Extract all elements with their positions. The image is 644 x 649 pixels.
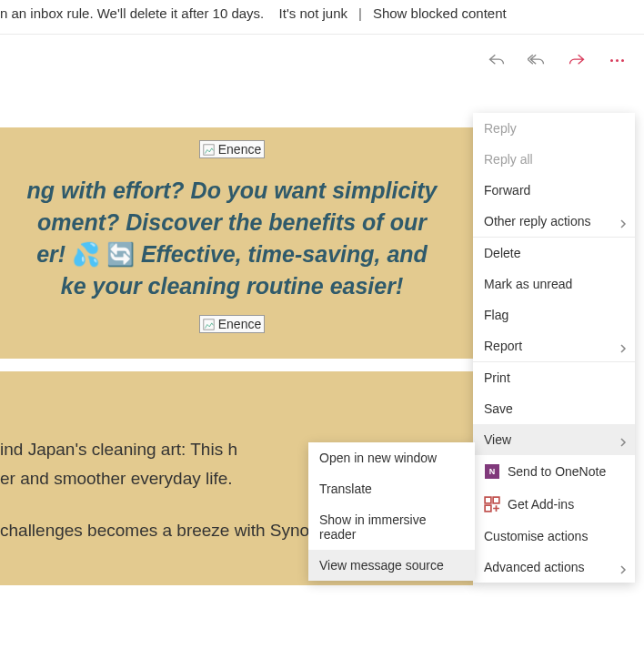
menu-view-label: View — [484, 432, 511, 447]
inbox-rule-text: n an inbox rule. We'll delete it after 1… — [0, 5, 272, 21]
submenu-view-message-source[interactable]: View message source — [308, 550, 475, 581]
menu-report-label: Report — [484, 339, 522, 353]
menu-mark-unread[interactable]: Mark as unread — [473, 269, 635, 299]
menu-customise-label: Customise actions — [484, 529, 588, 543]
water-drops-emoji: 💦 — [72, 241, 100, 267]
submenu-open-new-window-label: Open in new window — [319, 451, 437, 465]
submenu-translate[interactable]: Translate — [308, 473, 475, 504]
promo-line-3a: er! — [36, 241, 72, 267]
message-context-menu: Reply Reply all Forward Other reply acti… — [473, 113, 635, 583]
blocked-image-alt-2: Enence — [218, 317, 261, 331]
menu-other-reply-label: Other reply actions — [484, 214, 591, 228]
menu-get-addins-label: Get Add-ins — [508, 497, 574, 512]
forward-icon[interactable] — [568, 51, 586, 69]
menu-forward[interactable]: Forward — [473, 175, 635, 206]
onenote-icon: N — [484, 463, 500, 480]
view-submenu: Open in new window Translate Show in imm… — [308, 442, 475, 581]
menu-reply-all-label: Reply all — [484, 152, 533, 167]
menu-print[interactable]: Print — [473, 362, 635, 393]
svg-rect-4 — [485, 505, 491, 512]
reply-icon[interactable] — [488, 51, 506, 69]
submenu-immersive-reader[interactable]: Show in immersive reader — [308, 504, 475, 550]
menu-send-onenote-label: Send to OneNote — [508, 464, 606, 479]
menu-view[interactable]: View — [473, 424, 635, 455]
menu-reply-all: Reply all — [473, 144, 635, 175]
menu-forward-label: Forward — [484, 183, 530, 198]
chevron-right-icon — [619, 435, 628, 444]
promo-block: Enence ng with effort? Do you want simpl… — [0, 127, 473, 359]
menu-print-label: Print — [484, 370, 510, 385]
submenu-view-source-label: View message source — [319, 558, 444, 573]
menu-reply: Reply — [473, 113, 635, 144]
menu-send-to-onenote[interactable]: N Send to OneNote — [473, 455, 635, 488]
promo-line-2: oment? Discover the benefits of our — [37, 209, 427, 235]
article-line-3: challenges becomes a breeze with Synoshi… — [0, 521, 341, 540]
menu-advanced-actions[interactable]: Advanced actions — [473, 552, 635, 583]
menu-other-reply-actions[interactable]: Other reply actions — [473, 206, 635, 237]
promo-line-4: ke your cleaning routine easier! — [61, 273, 404, 299]
menu-customise-actions[interactable]: Customise actions — [473, 521, 635, 552]
menu-report[interactable]: Report — [473, 330, 635, 361]
junk-info-bar: n an inbox rule. We'll delete it after 1… — [0, 0, 644, 35]
addins-icon — [484, 496, 500, 512]
promo-line-1: ng with effort? Do you want simplicity — [27, 177, 438, 203]
submenu-translate-label: Translate — [319, 482, 372, 496]
menu-reply-label: Reply — [484, 121, 517, 136]
menu-advanced-label: Advanced actions — [484, 560, 585, 574]
refresh-emoji: 🔄 — [106, 241, 135, 267]
chevron-right-icon — [619, 341, 628, 350]
svg-rect-2 — [485, 497, 491, 503]
article-line-2: er and smoother everyday life. — [0, 469, 233, 488]
more-actions-icon[interactable] — [608, 51, 626, 69]
menu-save-label: Save — [484, 401, 513, 416]
show-blocked-content-link[interactable]: Show blocked content — [373, 5, 507, 21]
menu-delete[interactable]: Delete — [473, 238, 635, 269]
article-line-1: ind Japan's cleaning art: This h — [0, 440, 237, 459]
menu-flag-label: Flag — [484, 308, 508, 322]
promo-text: ng with effort? Do you want simplicity o… — [0, 175, 464, 302]
blocked-image-placeholder[interactable]: Enence — [199, 140, 265, 158]
chevron-right-icon — [619, 217, 628, 226]
reply-all-icon[interactable] — [528, 51, 546, 69]
menu-delete-label: Delete — [484, 246, 520, 260]
menu-flag[interactable]: Flag — [473, 299, 635, 330]
not-junk-link[interactable]: It's not junk — [279, 5, 347, 21]
submenu-immersive-label: Show in immersive reader — [319, 512, 464, 542]
message-toolbar — [0, 35, 644, 78]
submenu-open-new-window[interactable]: Open in new window — [308, 442, 475, 473]
gap-strip — [0, 359, 473, 371]
blocked-image-placeholder-2[interactable]: Enence — [199, 315, 265, 333]
menu-save[interactable]: Save — [473, 393, 635, 424]
chevron-right-icon — [619, 563, 628, 572]
separator: | — [358, 5, 362, 21]
svg-rect-3 — [493, 497, 499, 503]
blocked-image-alt: Enence — [218, 142, 261, 157]
menu-get-addins[interactable]: Get Add-ins — [473, 488, 635, 521]
menu-mark-unread-label: Mark as unread — [484, 277, 572, 291]
promo-line-3b: Effective, time-saving, and — [141, 241, 428, 267]
